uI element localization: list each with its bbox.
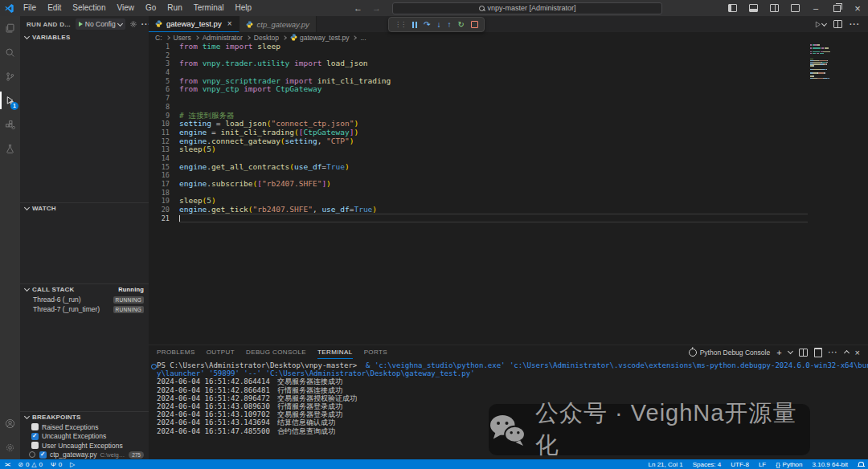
toggle-panel-icon[interactable] xyxy=(743,0,764,16)
pause-icon[interactable] xyxy=(412,22,417,28)
menu-edit[interactable]: Edit xyxy=(42,0,67,16)
breadcrumb-file[interactable]: gateway_test.py xyxy=(300,34,349,42)
breadcrumb-symbol[interactable]: ... xyxy=(360,34,366,42)
start-debug-icon[interactable] xyxy=(79,22,83,27)
breakpoint-row[interactable]: Uncaught Exceptions xyxy=(20,432,149,442)
run-python-file-button[interactable] xyxy=(814,21,826,28)
status-python-version[interactable]: 3.10.9 64-bit xyxy=(813,461,848,468)
code-line: 17engine.subscribe(["rb2407.SHFE"]) xyxy=(149,180,868,189)
menu-terminal[interactable]: Terminal xyxy=(188,0,230,16)
breakpoint-row[interactable]: User Uncaught Exceptions xyxy=(20,441,149,451)
breakpoint-checkbox[interactable] xyxy=(31,423,39,430)
breakpoint-checkbox[interactable] xyxy=(31,433,39,440)
breakpoint-file-row[interactable]: ctp_gateway.pyC:\veighna_stu...275 xyxy=(20,451,149,460)
source-control-icon[interactable] xyxy=(0,64,20,88)
restore-button[interactable] xyxy=(826,0,847,16)
breadcrumb-item[interactable]: Desktop xyxy=(254,34,279,42)
close-panel-icon[interactable]: × xyxy=(855,348,860,357)
step-over-icon[interactable]: ↷ xyxy=(424,21,430,29)
run-and-debug-icon[interactable]: 1 xyxy=(0,88,20,112)
tab-ctp_gateway.py[interactable]: ctp_gateway.py xyxy=(240,16,317,32)
menu-go[interactable]: Go xyxy=(140,0,162,16)
drag-handle-icon[interactable]: ⋮⋮ xyxy=(395,21,406,28)
editor-more-icon[interactable]: ··· xyxy=(850,20,860,29)
callstack-body: Thread-6 (_run)RUNNINGThread-7 (_run_tim… xyxy=(20,295,149,411)
command-decoration-icon[interactable] xyxy=(151,364,157,369)
code-editor[interactable]: 1from time import sleep23from vnpy.trade… xyxy=(149,43,868,345)
text-cursor xyxy=(179,215,180,222)
thread-name: Thread-7 (_run_timer) xyxy=(33,305,100,313)
panel-tab-ports[interactable]: PORTS xyxy=(364,346,387,359)
debug-status-icon[interactable]: ▷ xyxy=(70,461,75,468)
chevron-down-icon[interactable] xyxy=(788,349,793,354)
code-line: 21 xyxy=(149,214,868,223)
ports-indicator[interactable]: Ψ0 xyxy=(51,461,62,468)
panel-tab-terminal[interactable]: TERMINAL xyxy=(317,346,353,359)
breakpoints-section-header[interactable]: BREAKPOINTS xyxy=(20,411,149,422)
close-button[interactable]: × xyxy=(847,0,868,16)
remote-indicator[interactable]: >< xyxy=(5,462,10,467)
panel-tab-debug-console[interactable]: DEBUG CONSOLE xyxy=(246,346,306,359)
variables-section-header[interactable]: VARIABLES xyxy=(20,32,149,43)
explorer-icon[interactable] xyxy=(0,16,20,40)
minimize-button[interactable]: – xyxy=(805,0,826,16)
account-icon[interactable] xyxy=(0,411,20,435)
command-center-search[interactable]: vnpy-master [Administrator] xyxy=(392,2,662,14)
back-icon[interactable]: ← xyxy=(354,3,362,13)
search-icon xyxy=(479,6,485,11)
watermark-text: 公众号 · VeighNa开源量化 xyxy=(535,398,810,462)
chevron-down-icon xyxy=(24,286,30,292)
toggle-secondary-sidebar-icon[interactable] xyxy=(764,0,784,16)
search-sidebar-icon[interactable] xyxy=(0,40,20,64)
split-terminal-icon[interactable] xyxy=(799,349,808,357)
line-number: 15 xyxy=(149,163,179,172)
notifications-bell-icon[interactable] xyxy=(858,462,863,467)
stop-icon[interactable] xyxy=(471,21,478,28)
tab-bar: gateway_test.py×ctp_gateway.py ··· xyxy=(149,16,868,32)
run-config-dropdown[interactable]: No Config xyxy=(76,18,125,30)
vscode-window: FileEditSelectionViewGoRunTerminalHelp ←… xyxy=(0,0,868,469)
testing-icon[interactable] xyxy=(0,137,20,161)
code-line: 1from time import sleep xyxy=(149,43,868,51)
new-terminal-icon[interactable]: + xyxy=(776,348,781,357)
debug-gear-icon[interactable] xyxy=(129,20,137,28)
panel-more-icon[interactable]: ··· xyxy=(829,349,838,357)
settings-gear-icon[interactable] xyxy=(0,435,20,459)
minimap[interactable] xyxy=(810,44,839,81)
menu-run[interactable]: Run xyxy=(162,0,187,16)
menu-file[interactable]: File xyxy=(18,0,42,16)
step-into-icon[interactable]: ↓ xyxy=(436,21,440,29)
extensions-icon[interactable] xyxy=(0,112,20,137)
panel-tab-problems[interactable]: PROBLEMS xyxy=(157,346,195,359)
breadcrumb-item[interactable]: Administrator xyxy=(203,34,243,42)
breadcrumb-item[interactable]: Users xyxy=(174,34,191,42)
breakpoint-checkbox[interactable] xyxy=(31,442,39,449)
maximize-panel-icon[interactable] xyxy=(844,350,850,356)
menu-selection[interactable]: Selection xyxy=(67,0,111,16)
sidebar-more-icon[interactable]: ··· xyxy=(141,20,149,29)
menu-help[interactable]: Help xyxy=(230,0,258,16)
panel-tab-output[interactable]: OUTPUT xyxy=(207,346,235,359)
kill-terminal-icon[interactable] xyxy=(814,348,822,357)
callstack-thread-row[interactable]: Thread-7 (_run_timer)RUNNING xyxy=(20,304,149,314)
breakpoint-checkbox[interactable] xyxy=(39,451,47,459)
callstack-thread-row[interactable]: Thread-6 (_run)RUNNING xyxy=(20,295,149,304)
problems-indicator[interactable]: ⊘0 △0 xyxy=(18,461,43,468)
restart-icon[interactable]: ↻ xyxy=(457,20,464,29)
tab-gateway_test.py[interactable]: gateway_test.py× xyxy=(149,16,240,32)
console-selector[interactable]: Python Debug Console xyxy=(689,349,770,357)
breadcrumb[interactable]: C:UsersAdministratorDesktopgateway_test.… xyxy=(149,32,868,43)
toggle-primary-sidebar-icon[interactable] xyxy=(722,0,743,16)
forward-icon[interactable]: → xyxy=(372,3,381,13)
line-number: 14 xyxy=(149,154,179,163)
split-editor-icon[interactable] xyxy=(833,20,842,28)
breakpoint-row[interactable]: Raised Exceptions xyxy=(20,422,149,432)
step-out-icon[interactable]: ↑ xyxy=(447,21,451,29)
watch-section-header[interactable]: WATCH xyxy=(20,202,149,214)
customize-layout-icon[interactable] xyxy=(784,0,805,16)
breadcrumb-item[interactable]: C: xyxy=(155,34,162,42)
menu-view[interactable]: View xyxy=(112,0,141,16)
close-tab-icon[interactable]: × xyxy=(227,19,232,28)
breakpoint-label: Raised Exceptions xyxy=(42,423,98,431)
callstack-section-header[interactable]: CALL STACK Running xyxy=(20,283,149,295)
